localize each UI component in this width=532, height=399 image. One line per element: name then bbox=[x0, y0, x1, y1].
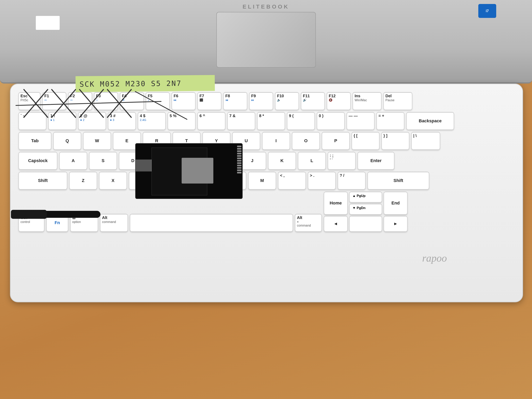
key-enter[interactable]: Enter bbox=[358, 152, 394, 170]
key-semicolon[interactable]: : ; " ' bbox=[328, 152, 356, 170]
key-label: K bbox=[280, 158, 284, 163]
arrow-top-row: Home ▲ PgUp ▼ PgDn End bbox=[324, 191, 407, 215]
key-sublabel: 🔊 bbox=[303, 98, 307, 102]
key-label: 8 * bbox=[259, 114, 264, 118]
key-label: = + bbox=[379, 114, 384, 118]
key-0[interactable]: 0 ) bbox=[317, 112, 345, 130]
laptop-brand: ELITEBOOK bbox=[243, 4, 289, 10]
key-equals[interactable]: = + bbox=[376, 112, 404, 130]
key-ins[interactable]: Ins Win/Mac bbox=[353, 92, 381, 110]
key-l[interactable]: L bbox=[298, 152, 326, 170]
key-alt-right[interactable]: Alt ≡ command bbox=[295, 214, 322, 232]
key-label: X bbox=[112, 178, 114, 183]
key-label: L bbox=[310, 158, 313, 163]
keyboard-brand: rapoo bbox=[422, 252, 447, 264]
key-pgdn[interactable]: ▼ PgDn bbox=[349, 204, 382, 215]
key-arrow-left[interactable]: ◄ bbox=[324, 216, 348, 232]
key-label: Q bbox=[65, 138, 69, 143]
key-label: I bbox=[275, 138, 277, 143]
key-pipe[interactable]: | \ bbox=[411, 132, 440, 150]
key-s[interactable]: S bbox=[89, 152, 117, 170]
key-6[interactable]: 6 ^ bbox=[197, 112, 225, 130]
pcb-usb-port bbox=[136, 159, 152, 171]
key-pgup[interactable]: ▲ PgUp bbox=[349, 191, 382, 203]
pin bbox=[237, 148, 241, 150]
key-f10[interactable]: F10 🔈 bbox=[275, 92, 299, 110]
key-f7[interactable]: F7 ⬛ bbox=[197, 92, 221, 110]
key-sublabel: command bbox=[102, 220, 116, 224]
key-arrow-up-down bbox=[349, 216, 382, 232]
key-7[interactable]: 7 & bbox=[227, 112, 255, 130]
key-label: Ins bbox=[355, 94, 360, 98]
key-label: Alt bbox=[102, 215, 108, 220]
key-i[interactable]: I bbox=[262, 132, 290, 150]
key-label: F10 bbox=[277, 94, 284, 98]
key-sublabel: ⏭ bbox=[251, 98, 254, 102]
key-sublabel: 🔇 bbox=[329, 98, 333, 102]
key-f12[interactable]: F12 🔇 bbox=[327, 92, 351, 110]
key-label: O bbox=[304, 138, 307, 143]
key-bracket-close[interactable]: } ] bbox=[381, 132, 409, 150]
key-label: Capslock bbox=[28, 158, 48, 163]
pgup-pgdn: ▲ PgUp ▼ PgDn bbox=[349, 191, 382, 215]
key-label: A bbox=[72, 158, 75, 163]
pin bbox=[237, 146, 241, 147]
key-space[interactable] bbox=[130, 214, 293, 232]
key-del[interactable]: Del Pause bbox=[383, 92, 412, 110]
key-label: Del bbox=[386, 94, 392, 98]
key-k[interactable]: K bbox=[268, 152, 296, 170]
pcb-pins bbox=[236, 144, 242, 198]
key-label: ▼ PgDn bbox=[351, 205, 367, 211]
key-bracket-open[interactable]: { [ bbox=[352, 132, 380, 150]
key-comma[interactable]: < , bbox=[278, 172, 306, 190]
pin bbox=[237, 165, 241, 166]
key-shift-right[interactable]: Shift bbox=[367, 172, 429, 190]
key-label: F8 bbox=[225, 94, 230, 98]
pin bbox=[237, 172, 241, 173]
key-sublabel: Win/Mac bbox=[355, 98, 367, 102]
key-label: ? / bbox=[340, 173, 344, 178]
key-f8[interactable]: F8 ⏮ bbox=[223, 92, 247, 110]
key-label: — — bbox=[349, 114, 358, 118]
key-label: 0 ) bbox=[319, 114, 323, 118]
key-label: M bbox=[260, 178, 264, 183]
key-o[interactable]: O bbox=[292, 132, 320, 150]
key-label: F7 bbox=[199, 94, 204, 98]
key-f9[interactable]: F9 ⏭ bbox=[249, 92, 273, 110]
key-9[interactable]: 9 ( bbox=[287, 112, 315, 130]
key-label: D bbox=[131, 158, 134, 163]
key-label: U bbox=[245, 138, 248, 143]
key-label: Shift bbox=[38, 178, 48, 183]
key-shift-left[interactable]: Shift bbox=[19, 172, 67, 190]
arrow-cluster: Home ▲ PgUp ▼ PgDn End ◄ bbox=[324, 191, 407, 232]
key-x[interactable]: X bbox=[99, 172, 127, 190]
key-capslock[interactable]: Capslock bbox=[19, 152, 57, 170]
svg-line-8 bbox=[16, 101, 161, 105]
key-sublabel: ⬛ bbox=[199, 98, 203, 102]
key-arrow-right[interactable]: ► bbox=[384, 216, 407, 232]
key-label: 7 & bbox=[229, 114, 235, 118]
key-home[interactable]: Home bbox=[324, 191, 348, 215]
key-label: ◄ bbox=[334, 221, 338, 226]
shift-row: Shift Z X C V B N M < , > . ? / Shift bbox=[19, 172, 514, 190]
key-slash[interactable]: ? / bbox=[338, 172, 366, 190]
key-end[interactable]: End bbox=[384, 191, 407, 215]
key-m[interactable]: M bbox=[248, 172, 276, 190]
key-sublabel: " ' bbox=[330, 158, 333, 162]
key-w[interactable]: W bbox=[83, 132, 111, 150]
key-alt-left[interactable]: Alt command bbox=[100, 214, 128, 232]
key-label: : ; bbox=[330, 153, 334, 158]
key-tab[interactable]: Tab bbox=[19, 132, 51, 150]
key-p[interactable]: P bbox=[322, 132, 350, 150]
key-backspace[interactable]: Backspace bbox=[406, 112, 454, 130]
key-q[interactable]: Q bbox=[53, 132, 81, 150]
key-a[interactable]: A bbox=[59, 152, 87, 170]
key-label: F9 bbox=[251, 94, 256, 98]
key-period[interactable]: > . bbox=[308, 172, 336, 190]
key-z[interactable]: Z bbox=[69, 172, 97, 190]
key-f11[interactable]: F11 🔊 bbox=[301, 92, 325, 110]
key-minus[interactable]: — — bbox=[347, 112, 374, 130]
key-label: 6 ^ bbox=[199, 114, 205, 118]
key-8[interactable]: 8 * bbox=[257, 112, 285, 130]
scribble-marks bbox=[12, 86, 191, 125]
